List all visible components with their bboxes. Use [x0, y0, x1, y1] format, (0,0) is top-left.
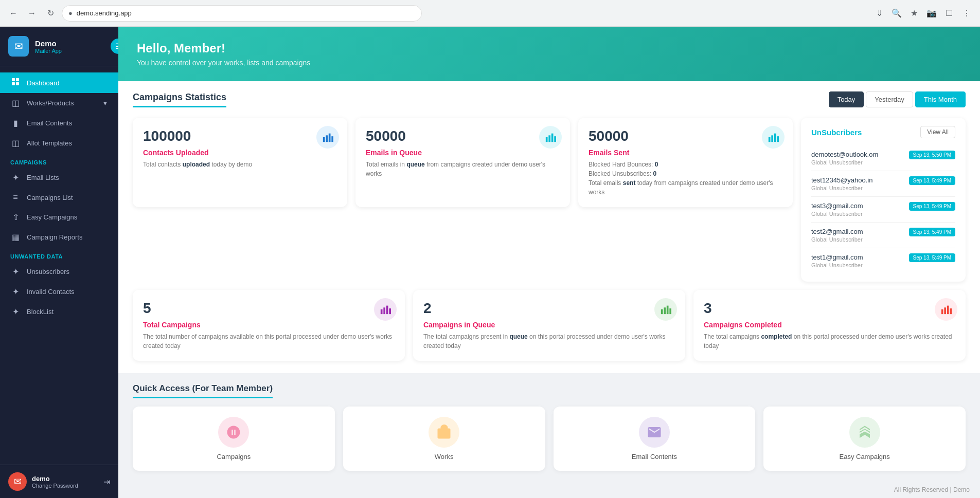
- sidebar-header: ✉ Demo Mailer App ☰: [0, 27, 118, 66]
- sidebar-item-easy-campaigns[interactable]: ⇧ Easy Campaigns: [0, 207, 118, 227]
- back-button[interactable]: ←: [6, 6, 21, 21]
- unsub-header: UnSubcribers View All: [811, 126, 955, 138]
- stats-header: Campaigns Statistics Today Yesterday Thi…: [133, 91, 966, 107]
- main-content: Hello, Member! You have control over you…: [118, 27, 980, 498]
- zoom-icon[interactable]: 🔍: [889, 6, 904, 21]
- contacts-number: 100000: [143, 128, 337, 144]
- sidebar-item-blocklist[interactable]: ✦ BlockList: [0, 302, 118, 322]
- unsub-item: Sep 13, 5:49 PM test12345@yahoo.in Globa…: [811, 171, 955, 197]
- svg-rect-20: [661, 309, 663, 314]
- stat-card-campaigns-completed: 3 Campaigns Completed The total campaign…: [693, 290, 966, 361]
- blocklist-icon: ✦: [10, 307, 21, 317]
- filter-yesterday-button[interactable]: Yesterday: [866, 91, 913, 107]
- sidebar-item-campaign-reports[interactable]: ▦ Campaign Reports: [0, 227, 118, 247]
- bookmark-icon[interactable]: ★: [907, 6, 921, 21]
- svg-rect-18: [386, 306, 388, 315]
- email-lists-label: Email Lists: [27, 174, 59, 181]
- total-campaigns-chart-icon: [374, 298, 397, 321]
- cast-icon[interactable]: ☐: [942, 6, 956, 21]
- quick-card-works[interactable]: Works: [343, 407, 545, 471]
- hero-subtitle: You have control over your works, lists …: [137, 59, 961, 67]
- quick-email-contents-icon: [639, 417, 670, 448]
- emails-sent-desc: Blocked Hard Bounces: 0 Blocked Unsubscr…: [589, 160, 782, 197]
- sidebar-item-dashboard[interactable]: ​ Dashboard: [0, 72, 118, 93]
- sidebar-item-invalid-contacts[interactable]: ✦ Invalid Contacts: [0, 282, 118, 302]
- dashboard-icon: ​: [10, 78, 21, 88]
- svg-rect-3: [16, 82, 19, 85]
- campaigns-completed-chart-icon: [935, 298, 957, 321]
- filter-today-button[interactable]: Today: [829, 91, 864, 107]
- svg-rect-11: [554, 136, 556, 142]
- footer-change-password[interactable]: Change Password: [32, 483, 78, 489]
- emails-queue-number: 50000: [366, 128, 560, 144]
- sidebar-item-campaigns-list[interactable]: ≡ Campaigns List: [0, 188, 118, 207]
- campaigns-completed-label: Campaigns Completed: [704, 321, 955, 329]
- filter-this-month-button[interactable]: This Month: [915, 91, 966, 107]
- total-campaigns-label: Total Campaigns: [143, 321, 395, 329]
- blocklist-label: BlockList: [27, 308, 54, 316]
- contacts-chart-icon: [316, 126, 339, 149]
- campaign-reports-label: Campaign Reports: [27, 233, 82, 241]
- svg-rect-1: [16, 78, 19, 81]
- forward-button[interactable]: →: [25, 6, 39, 21]
- sidebar-item-email-lists[interactable]: ✦ Email Lists: [0, 168, 118, 188]
- stat-card-total-campaigns: 5 Total Campaigns The total number of ca…: [133, 290, 405, 361]
- email-contents-label: Email Contents: [27, 119, 72, 127]
- unsub-item: Sep 13, 5:49 PM test3@gmail.com Global U…: [811, 197, 955, 223]
- address-bar[interactable]: ● demo.sending.app: [62, 5, 422, 22]
- allot-templates-label: Allot Templates: [27, 139, 72, 147]
- sidebar-item-allot-templates[interactable]: ◫ Allot Templates: [0, 133, 118, 153]
- footer-text: All Rights Reserved | Demo: [894, 486, 970, 493]
- svg-rect-9: [548, 135, 550, 142]
- quick-card-campaigns[interactable]: Campaigns: [133, 407, 335, 471]
- svg-rect-23: [669, 308, 671, 314]
- security-icon: ●: [68, 9, 73, 17]
- svg-rect-15: [777, 136, 779, 142]
- emails-queue-label: Emails in Queue: [366, 149, 560, 157]
- sidebar-item-unsubscribers[interactable]: ✦ Unsubscribers: [0, 262, 118, 282]
- refresh-button[interactable]: ↻: [43, 6, 58, 21]
- stat-card-emails-sent: 50000 Emails Sent Blocked Hard Bounces: …: [578, 118, 793, 207]
- quick-card-easy-campaigns[interactable]: Easy Campaigns: [763, 407, 966, 471]
- unsub-item: Sep 13, 5:49 PM test2@gmail.com Global U…: [811, 223, 955, 248]
- svg-rect-2: [12, 82, 15, 85]
- unsubscribers-icon: ✦: [10, 267, 21, 276]
- hero-banner: Hello, Member! You have control over you…: [118, 27, 980, 81]
- quick-access-grid: Campaigns Works Email Contents: [133, 407, 966, 471]
- unsub-type: Global Unsubscriber: [811, 185, 955, 191]
- easy-campaigns-label: Easy Campaigns: [27, 213, 77, 221]
- email-lists-icon: ✦: [10, 173, 21, 182]
- sidebar-item-email-contents[interactable]: ▮ Email Contents: [0, 113, 118, 133]
- quick-campaigns-icon: [218, 417, 249, 448]
- svg-rect-6: [329, 134, 331, 142]
- stats-section: Campaigns Statistics Today Yesterday Thi…: [118, 81, 980, 373]
- invalid-contacts-icon: ✦: [10, 287, 21, 297]
- app-subtitle: Mailer App: [35, 48, 62, 54]
- quick-works-icon: [429, 417, 459, 448]
- svg-rect-13: [771, 135, 773, 142]
- view-all-button[interactable]: View All: [920, 126, 955, 138]
- svg-rect-10: [551, 134, 554, 142]
- sidebar-item-works-products[interactable]: ◫ Works/Products ▼: [0, 93, 118, 113]
- avatar: ✉: [8, 472, 27, 491]
- logout-icon[interactable]: ⇥: [103, 477, 110, 487]
- footer-username: demo: [32, 475, 78, 483]
- menu-toggle-button[interactable]: ☰: [111, 39, 118, 54]
- quick-works-label: Works: [353, 453, 535, 460]
- quick-card-email-contents[interactable]: Email Contents: [554, 407, 756, 471]
- quick-access-section: Quick Access (For Team Member) Campaigns…: [118, 373, 980, 481]
- stats-grid-row2: 5 Total Campaigns The total number of ca…: [133, 290, 966, 361]
- campaigns-queue-label: Campaigns in Queue: [423, 321, 675, 329]
- screenshot-icon[interactable]: 📷: [924, 6, 939, 21]
- app-branding: Demo Mailer App: [35, 39, 62, 54]
- unsub-date-badge: Sep 13, 5:49 PM: [909, 202, 956, 211]
- stats-grid-row1: 100000 Contacts Uploaded Total contacts …: [133, 118, 966, 282]
- more-icon[interactable]: ⋮: [959, 6, 974, 21]
- emails-sent-chart-icon: [762, 126, 785, 149]
- unsub-item: Sep 13, 5:49 PM test1@gmail.com Global U…: [811, 248, 955, 273]
- download-icon[interactable]: ⇓: [872, 6, 886, 21]
- campaigns-list-label: Campaigns List: [27, 194, 73, 201]
- sidebar: ✉ Demo Mailer App ☰ ​ Dashboard ◫ Works/…: [0, 27, 118, 498]
- contacts-desc: Total contacts uploaded today by demo: [143, 160, 337, 169]
- svg-rect-14: [774, 134, 776, 142]
